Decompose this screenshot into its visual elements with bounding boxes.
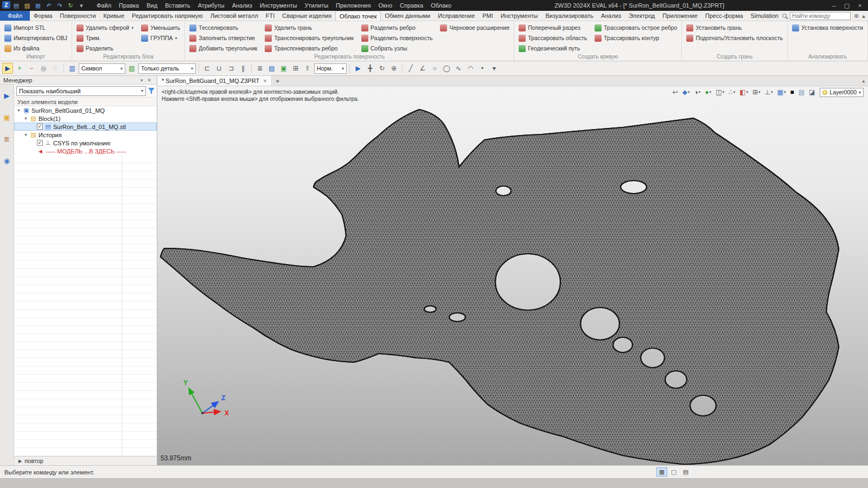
ribbon-item-collect-nodes[interactable]: Собрать узлы: [360, 43, 435, 53]
rotate-view-icon[interactable]: ↻: [376, 63, 387, 74]
ribbon-tab-sheet-metal[interactable]: Листовой металл: [207, 11, 262, 21]
tab-close-icon[interactable]: ×: [263, 78, 266, 84]
show-mode-combo[interactable]: Показать наибольший ▾: [16, 86, 146, 96]
ribbon-tab-electrode[interactable]: Электрод: [625, 11, 659, 21]
draw-point-icon[interactable]: •: [477, 63, 488, 74]
menu-insert[interactable]: Вставить: [161, 0, 194, 11]
render-settings-icon[interactable]: ▦▾: [776, 87, 788, 97]
layout-split-icon[interactable]: ▢: [668, 467, 679, 477]
view-back-icon[interactable]: ↩: [671, 87, 680, 97]
new-file-icon[interactable]: ▤: [11, 1, 21, 10]
pick-region-icon[interactable]: ◌: [50, 63, 61, 74]
ribbon-item-split-surface[interactable]: Разделить поверхность: [360, 33, 435, 43]
menu-utilities[interactable]: Утилиты: [301, 0, 332, 11]
menu-file[interactable]: Файл: [93, 0, 115, 11]
ribbon-item-fit-face[interactable]: Установить грань: [685, 23, 784, 33]
align-middle-icon[interactable]: ⊔: [214, 63, 225, 74]
menu-tools[interactable]: Инструменты: [256, 0, 301, 11]
wireframe-mode-icon[interactable]: ◫▾: [714, 87, 726, 97]
ribbon-item-import-obj[interactable]: Импортировать OBJ: [3, 33, 69, 43]
regen-icon[interactable]: ↻: [66, 1, 75, 10]
app-logo-icon[interactable]: Z: [2, 1, 10, 9]
ribbon-collapse-icon[interactable]: ▴: [862, 12, 865, 20]
quick-access-caret-icon[interactable]: ▾: [76, 1, 86, 10]
color-filter-icon[interactable]: ▧: [126, 63, 137, 74]
ribbon-tab-mold[interactable]: Пресс-форма: [701, 11, 747, 21]
ribbon-item-import-stl[interactable]: Импорт STL: [3, 23, 69, 33]
ribbon-tab-file[interactable]: Файл: [0, 11, 30, 21]
menu-analysis[interactable]: Анализ: [228, 0, 256, 11]
draw-polyline-icon[interactable]: ∠: [417, 63, 428, 74]
grid-display-icon[interactable]: ⊞▾: [751, 87, 762, 97]
ribbon-tab-weldments[interactable]: Сварные изделия: [278, 11, 335, 21]
layout-list-icon[interactable]: ▤: [680, 467, 691, 477]
ribbon-item-reduce[interactable]: Уменьшить: [139, 23, 182, 33]
tree-checkbox[interactable]: ✓: [37, 124, 43, 130]
edge-color-swatch-icon[interactable]: ■: [788, 87, 795, 97]
manager-menu-caret-icon[interactable]: ▾: [138, 78, 145, 83]
ribbon-item-trace-region[interactable]: Трассировать область: [517, 33, 589, 43]
ribbon-item-trace-sharp-edge[interactable]: Трассировать острое ребро: [593, 23, 679, 33]
view-orientation-icon[interactable]: ◆▾: [681, 87, 692, 97]
tree-row-block[interactable]: ▾▨Block(1): [14, 114, 157, 123]
tree-row-csys[interactable]: ✓⊥CSYS по умолчанию: [14, 139, 157, 147]
filter-symbol-icon[interactable]: ▥: [67, 63, 78, 74]
tree-expander-icon[interactable]: ▾: [16, 108, 21, 113]
draw-arc-icon[interactable]: ◠: [465, 63, 476, 74]
save-icon[interactable]: ▦: [33, 1, 43, 10]
ribbon-options-icon[interactable]: ⊕: [854, 12, 859, 20]
maximize-button[interactable]: ▢: [841, 1, 853, 10]
manager-close-icon[interactable]: ✕: [145, 78, 154, 83]
tabbar-menu-icon[interactable]: ▴: [859, 76, 868, 86]
ribbon-item-group[interactable]: ГРУППА▾: [139, 33, 182, 43]
tree-expander-icon[interactable]: ▾: [23, 132, 28, 137]
view-normal-combo[interactable]: Норм.▾: [314, 63, 347, 74]
pick-last-icon[interactable]: ◎: [38, 63, 49, 74]
ribbon-tab-surfaces[interactable]: Поверхности: [56, 11, 99, 21]
viewport-canvas[interactable]: Y Z X: [157, 76, 868, 465]
ribbon-item-geodesic-path[interactable]: Геодезический путь: [517, 43, 589, 53]
ribbon-item-cross-section[interactable]: Поперечный разрез: [517, 23, 589, 33]
section-view-icon[interactable]: ◧▾: [738, 87, 750, 97]
draw-ellipse-icon[interactable]: ◯: [441, 63, 452, 74]
pan-view-icon[interactable]: ╋: [365, 63, 375, 74]
tree-row-history[interactable]: ▾▨История: [14, 131, 157, 139]
menu-help[interactable]: Справка: [396, 0, 427, 11]
more-tools-caret-icon[interactable]: ▾: [489, 63, 500, 74]
draw-spline-icon[interactable]: ∿: [453, 63, 464, 74]
tree-row-model-marker[interactable]: ◄----- МОДЕЛЬ ...В ЗДЕСЬ -----: [14, 147, 157, 155]
shaded-mode-icon[interactable]: ●▾: [703, 87, 713, 97]
document-tab[interactable]: * SurRon_BeltGuard_01_MQ.Z3PRT ×: [157, 76, 272, 86]
redo-icon[interactable]: ↷: [55, 1, 65, 10]
ribbon-item-from-file[interactable]: Из файла: [3, 43, 69, 53]
distribute-icon[interactable]: ∥: [238, 63, 248, 74]
draw-line-icon[interactable]: ╱: [405, 63, 416, 74]
ribbon-item-flip-edge[interactable]: Транспонировать ребро: [263, 43, 355, 53]
ribbon-tab-data-exchange[interactable]: Обмен данными: [381, 11, 434, 21]
ribbon-tab-pmi[interactable]: PMI: [478, 11, 497, 21]
menu-attributes[interactable]: Атрибуты: [194, 0, 228, 11]
table-icon[interactable]: ⊞: [290, 63, 301, 74]
menu-view[interactable]: Вид: [143, 0, 161, 11]
cursor-mode-icon[interactable]: ▶: [353, 63, 363, 74]
repeat-expander-icon[interactable]: ▶: [18, 459, 22, 464]
point-cloud-display-icon[interactable]: ∴▾: [727, 87, 737, 97]
sheet-view-icon[interactable]: ▤: [266, 63, 277, 74]
ribbon-item-fit-plane[interactable]: Подогнать/Установить плоскость: [685, 33, 784, 43]
ribbon-item-divide[interactable]: Разделить: [75, 43, 135, 53]
pick-filter-icon[interactable]: ▶: [2, 63, 13, 74]
ribbon-item-erase-sphere[interactable]: Удалить сферой▾: [75, 23, 135, 33]
layer-list-icon[interactable]: ≣: [254, 63, 265, 74]
tree-checkbox[interactable]: ✓: [37, 140, 43, 146]
align-left-icon[interactable]: ⊏: [202, 63, 213, 74]
ribbon-tab-shape[interactable]: Форма: [30, 11, 56, 21]
ribbon-item-flip-triangle[interactable]: Транспонировать треугольник: [263, 33, 355, 43]
menu-edit[interactable]: Правка: [115, 0, 143, 11]
close-button[interactable]: ×: [854, 1, 866, 10]
ribbon-item-delete-face[interactable]: Удалить грань: [263, 23, 355, 33]
ribbon-tab-fti[interactable]: FTI: [262, 11, 279, 21]
ribbon-item-fill-hole[interactable]: Заполнить отверстие: [188, 33, 259, 43]
ribbon-tab-visualize[interactable]: Визуализировать: [541, 11, 597, 21]
ribbon-tab-tools[interactable]: Инструменты: [497, 11, 542, 21]
export-view-icon[interactable]: ⇪: [302, 63, 313, 74]
